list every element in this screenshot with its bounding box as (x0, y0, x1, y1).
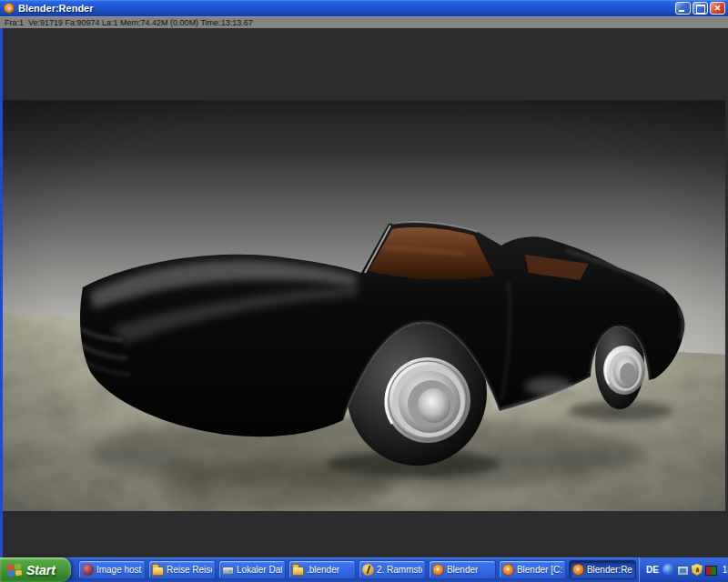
titlebar[interactable]: Blender:Render (0, 0, 728, 16)
window-title: Blender:Render (18, 3, 673, 14)
blender-icon (502, 564, 514, 576)
folder-icon (152, 567, 164, 576)
taskbar-item-label: Image hosting... (96, 565, 142, 575)
system-tray: DE 18:37 (639, 557, 728, 582)
windows-logo-icon (6, 563, 23, 577)
blender-render-window: Blender:Render Fra:1 Ve:91719 Fa:90974 L… (0, 0, 728, 557)
taskbar-clock[interactable]: 18:37 (723, 565, 728, 575)
screen: Blender:Render Fra:1 Ve:91719 Fa:90974 L… (0, 0, 728, 582)
taskbar-items: Image hosting... Reise Reise Lokaler Dat… (78, 557, 639, 582)
blender-icon (432, 564, 444, 576)
blender-icon (4, 3, 15, 14)
display-icon[interactable] (705, 566, 717, 576)
network-icon[interactable] (677, 566, 689, 576)
language-indicator[interactable]: DE (646, 565, 659, 575)
render-stats-bar: Fra:1 Ve:91719 Fa:90974 La:1 Mem:74.42M … (0, 16, 728, 28)
taskbar-item-3[interactable]: Lokaler Datent... (218, 560, 286, 579)
taskbar-item-5[interactable]: 2. Rammstein ... (359, 560, 426, 579)
taskbar-item-7[interactable]: Blender [C:\Pr... (499, 560, 566, 579)
taskbar-item-label: Blender [C:\Pr... (517, 565, 562, 575)
taskbar-item-1[interactable]: Image hosting... (78, 560, 146, 579)
minimize-button[interactable] (675, 2, 691, 15)
taskbar-item-4[interactable]: .blender (288, 560, 356, 579)
render-viewport (0, 28, 728, 557)
tray-icons (662, 564, 717, 576)
window-controls (673, 2, 725, 15)
messenger-icon[interactable] (662, 564, 674, 576)
security-icon[interactable] (692, 564, 703, 576)
taskbar-item-8[interactable]: Blender:Render (569, 560, 636, 579)
taskbar-item-label: .blender (307, 565, 339, 575)
taskbar-item-label: Lokaler Datent... (237, 565, 282, 575)
close-button[interactable] (710, 2, 725, 15)
render-scene (3, 100, 725, 511)
taskbar-item-2[interactable]: Reise Reise (148, 560, 216, 579)
photobucket-icon (82, 564, 94, 576)
start-label: Start (26, 563, 56, 577)
render-stats-text: Fra:1 Ve:91719 Fa:90974 La:1 Mem:74.42M … (0, 18, 253, 27)
blender-icon (572, 564, 584, 576)
folder-icon (292, 567, 304, 576)
taskbar: Start Image hosting... Reise Reise Lokal… (0, 557, 728, 582)
drive-icon (222, 567, 234, 575)
taskbar-item-label: Blender:Render (587, 565, 632, 575)
taskbar-item-label: Blender (447, 565, 478, 575)
vignette (3, 100, 725, 511)
taskbar-item-label: 2. Rammstein ... (377, 565, 422, 575)
maximize-button[interactable] (693, 2, 708, 15)
rendered-image (3, 100, 725, 511)
taskbar-item-6[interactable]: Blender (429, 560, 496, 579)
start-button[interactable]: Start (0, 557, 71, 582)
taskbar-item-label: Reise Reise (167, 565, 212, 575)
media-icon (362, 564, 374, 576)
